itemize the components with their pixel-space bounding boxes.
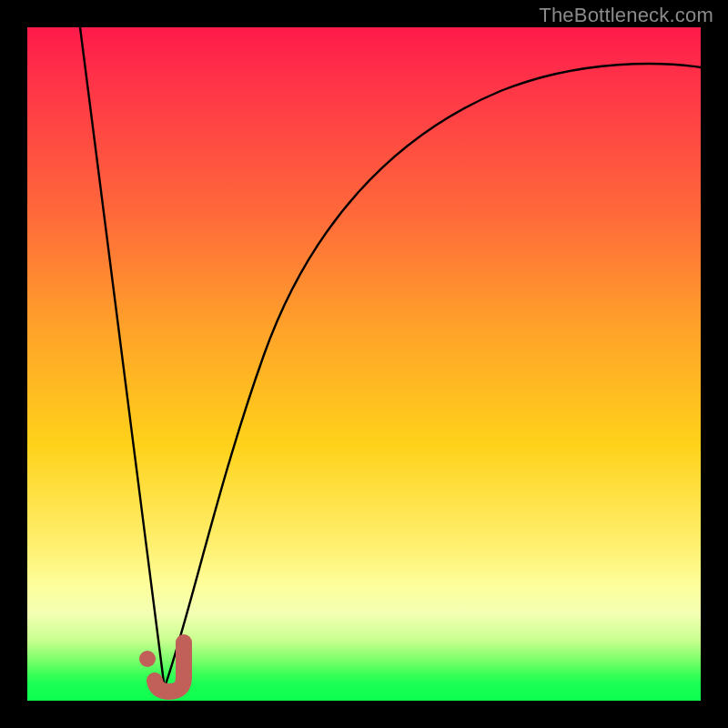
watermark-text: TheBottleneck.com <box>539 4 713 27</box>
curve-layer <box>27 27 701 701</box>
bottleneck-curve-right <box>166 64 701 684</box>
minimum-marker-dot-icon <box>139 651 156 667</box>
plot-area <box>27 27 701 701</box>
chart-frame: TheBottleneck.com <box>0 0 728 728</box>
bottleneck-curve-left <box>80 27 164 682</box>
